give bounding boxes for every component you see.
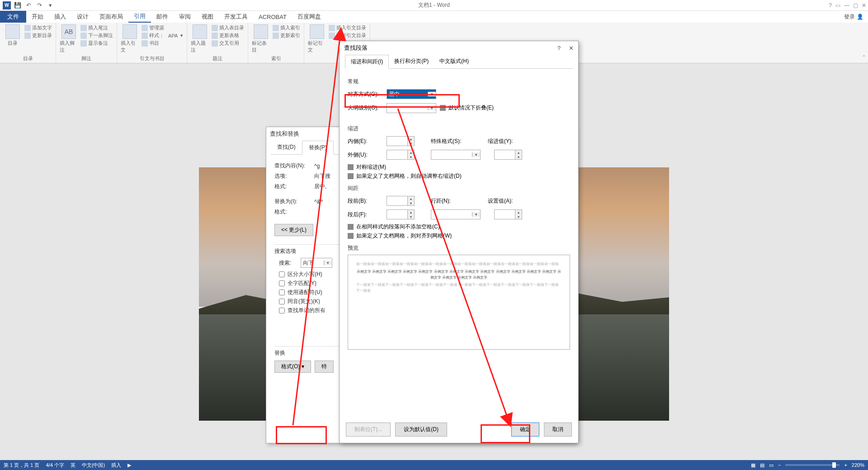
tab-review[interactable]: 审阅 — [174, 11, 196, 23]
case-checkbox[interactable] — [279, 271, 285, 277]
insert-figure-toc-button[interactable]: 插入表目录 — [212, 24, 244, 31]
undo-icon[interactable]: ↶ — [24, 1, 33, 9]
manage-sources-button[interactable]: 管理源 — [142, 24, 183, 31]
language-status[interactable]: 中文(中国) — [82, 462, 105, 469]
collapse-ribbon-icon[interactable]: ˄ — [863, 55, 865, 61]
special-button[interactable]: 特 — [315, 361, 334, 373]
tab-view[interactable]: 视图 — [196, 11, 219, 23]
indent-spacing-tab[interactable]: 缩进和间距(I) — [345, 55, 389, 69]
default-button[interactable]: 设为默认值(D) — [395, 423, 447, 437]
close-icon[interactable]: ✕ — [862, 2, 866, 9]
group-toc-label: 目录 — [4, 54, 52, 62]
zoom-slider[interactable] — [785, 464, 840, 466]
mark-citation-button[interactable]: 标记引文 — [308, 24, 326, 53]
before-spinner[interactable]: ▲▼ — [387, 196, 415, 206]
tab-design[interactable]: 设计 — [71, 11, 94, 23]
tab-layout[interactable]: 页面布局 — [94, 11, 128, 23]
cancel-button[interactable]: 取消 — [544, 423, 572, 437]
insert-mode[interactable]: 插入 — [111, 462, 121, 469]
update-index-button[interactable]: 更新索引 — [273, 32, 300, 39]
view-read-icon[interactable]: ▦ — [751, 462, 755, 468]
view-web-icon[interactable]: ▭ — [769, 462, 774, 468]
after-spinner[interactable]: ▲▼ — [387, 209, 415, 219]
by-label: 缩进值(Y): — [488, 138, 519, 145]
insert-authorities-button[interactable]: 插入引文目录 — [329, 24, 366, 31]
format-button[interactable]: 格式(O) ▾ — [274, 361, 311, 373]
language-icon[interactable]: 英 — [71, 462, 75, 469]
crossref-button[interactable]: 交叉引用 — [212, 40, 244, 47]
zoom-out-icon[interactable]: − — [778, 462, 781, 468]
para-help-icon[interactable]: ? — [557, 45, 561, 52]
replace-tab[interactable]: 替换(P) — [302, 141, 334, 155]
tab-home[interactable]: 开始 — [26, 11, 49, 23]
wildcard-checkbox[interactable] — [279, 290, 285, 295]
tab-devtools[interactable]: 开发工具 — [219, 11, 253, 23]
collapse-checkbox[interactable] — [440, 105, 446, 111]
at-spinner[interactable]: ▲▼ — [494, 209, 522, 219]
snap-to-grid-checkbox[interactable] — [348, 233, 354, 239]
alignment-select[interactable]: 居中▾ — [387, 89, 436, 99]
left-indent-spinner[interactable]: ▲▼ — [387, 136, 415, 146]
right-indent-spinner[interactable]: ▲▼ — [387, 150, 415, 160]
update-authorities-button[interactable]: 更新引文目录 — [329, 32, 366, 39]
insert-citation-button[interactable]: 插入引文 — [121, 24, 139, 53]
outline-select[interactable]: ▾ — [387, 103, 436, 113]
whole-word-checkbox[interactable] — [279, 280, 285, 286]
maximize-icon[interactable]: ▢ — [853, 2, 858, 9]
find-tab[interactable]: 查找(D) — [271, 141, 302, 154]
tab-references[interactable]: 引用 — [128, 11, 151, 23]
statusbar: 第 1 页，共 1 页 4/4 个字 英 中文(中国) 插入 ▶ ▦ ▤ ▭ −… — [0, 460, 868, 470]
after-label: 段后(F): — [348, 211, 383, 218]
right-indent-label: 外侧(U): — [348, 151, 383, 159]
toc-button[interactable]: 目录 — [4, 24, 22, 47]
login-button[interactable]: 登录👤 — [840, 11, 868, 23]
show-notes-button[interactable]: 显示备注 — [80, 40, 113, 47]
tab-acrobat[interactable]: ACROBAT — [253, 11, 292, 23]
insert-endnote-button[interactable]: 插入尾注 — [80, 24, 113, 31]
tab-file[interactable]: 文件 — [0, 11, 26, 23]
group-footnote-label: 脚注 — [60, 54, 113, 62]
macro-icon[interactable]: ▶ — [127, 462, 131, 468]
search-direction-select[interactable]: 向下▾ — [301, 258, 332, 268]
at-label: 设置值(A): — [488, 197, 519, 205]
sounds-like-checkbox[interactable] — [279, 299, 285, 304]
line-spacing-select[interactable]: ▾ — [431, 209, 481, 219]
no-space-same-style-checkbox[interactable] — [348, 224, 354, 230]
tabs-button[interactable]: 制表位(T)... — [346, 423, 391, 437]
word-count[interactable]: 4/4 个字 — [46, 462, 64, 469]
zoom-value[interactable]: 220% — [852, 462, 864, 468]
add-text-button[interactable]: 添加文字 — [24, 24, 52, 31]
special-select[interactable]: ▾ — [431, 150, 481, 160]
redo-icon[interactable]: ↷ — [35, 1, 43, 9]
style-select[interactable]: 样式： APA ▾ — [142, 32, 183, 39]
cjk-tab[interactable]: 中文版式(H) — [434, 55, 474, 68]
insert-caption-button[interactable]: 插入题注 — [191, 24, 209, 53]
zoom-in-icon[interactable]: + — [844, 462, 847, 468]
minimize-icon[interactable]: — — [844, 2, 849, 9]
bibliography-button[interactable]: 书目 — [142, 40, 183, 47]
ok-button[interactable]: 确定 — [511, 423, 539, 437]
tab-mail[interactable]: 邮件 — [151, 11, 174, 23]
help-icon[interactable]: ? — [829, 2, 832, 9]
insert-index-button[interactable]: 插入索引 — [273, 24, 300, 31]
save-icon[interactable]: 💾 — [14, 1, 22, 9]
update-table-button[interactable]: 更新表格 — [212, 32, 244, 39]
page-status[interactable]: 第 1 页，共 1 页 — [4, 462, 39, 469]
mark-entry-button[interactable]: 标记条目 — [252, 24, 270, 53]
tab-insert[interactable]: 插入 — [49, 11, 71, 23]
update-toc-button[interactable]: 更新目录 — [24, 32, 52, 39]
line-break-tab[interactable]: 换行和分页(P) — [389, 55, 434, 68]
by-spinner[interactable]: ▲▼ — [494, 150, 522, 160]
less-button[interactable]: << 更少(L) — [274, 224, 313, 236]
para-close-icon[interactable]: ✕ — [569, 45, 574, 52]
insert-footnote-button[interactable]: AB插入脚注 — [60, 24, 78, 53]
next-footnote-button[interactable]: 下一条脚注 — [80, 32, 113, 39]
mirror-indent-checkbox[interactable] — [348, 164, 354, 170]
tab-baidu[interactable]: 百度网盘 — [292, 11, 326, 23]
qat-dropdown-icon[interactable]: ▾ — [46, 1, 54, 9]
spacing-section: 间距 — [348, 185, 570, 192]
ribbon-options-icon[interactable]: ▭ — [835, 2, 840, 9]
all-forms-checkbox[interactable] — [279, 308, 285, 313]
view-print-icon[interactable]: ▤ — [760, 462, 764, 468]
auto-right-indent-checkbox[interactable] — [348, 173, 354, 179]
